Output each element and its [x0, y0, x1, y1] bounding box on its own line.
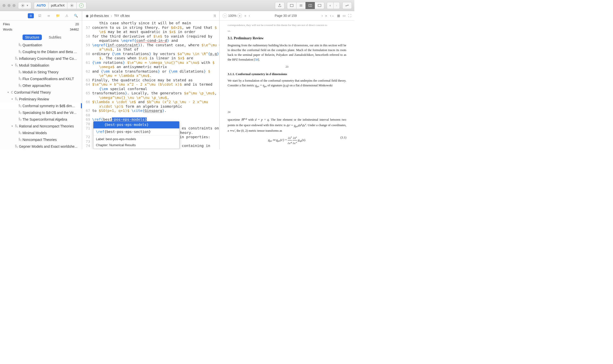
compile-button[interactable]: ✓	[76, 2, 86, 9]
code-line[interactable]: 65transformations}. Locally, the generat…	[82, 91, 219, 96]
line-number	[82, 30, 92, 34]
outline-item[interactable]: §1Inflationary Cosmology and The Co...	[0, 55, 82, 62]
link-mode-button[interactable]: ∞	[46, 13, 52, 18]
outline-label: Minimal Models	[23, 131, 47, 135]
code-line[interactable]: this case shortly since it will be of ma…	[82, 21, 219, 26]
engine-select[interactable]: pdfLaTeX	[48, 2, 67, 9]
tab-structure[interactable]: Structure	[23, 35, 42, 40]
code-line[interactable]: \e^\mu = \lambda x^\mu$.	[82, 74, 219, 78]
code-line[interactable]: 60ordinary {\em translations} by vectors…	[82, 52, 219, 56]
outline-item[interactable]: §2Minimal Models	[0, 129, 82, 136]
gear-icon	[21, 4, 25, 8]
zoom-in-button[interactable]: +	[237, 14, 242, 18]
outline-item[interactable]: ▾§1Rational and Noncompact Theories	[0, 123, 82, 129]
code-line[interactable]: 58for the third derivative of $\e$ to va…	[82, 34, 219, 39]
close-window[interactable]	[3, 4, 6, 7]
outline-item[interactable]: §2The Superconformal Algebra	[0, 116, 82, 123]
math-preview-button[interactable]: π	[214, 13, 216, 18]
spread-button[interactable]: ⫞⫠	[330, 14, 335, 18]
code-line[interactable]: 66$\lambda x \cdot \e$ and $b^\mu (x^2 \…	[82, 100, 219, 104]
outline-label: Preliminary Review	[19, 97, 49, 101]
outline-label: Noncompact Theories	[23, 138, 57, 142]
files-mode-button[interactable]: 📁	[55, 13, 61, 18]
present-button[interactable]: ⛶	[348, 14, 351, 18]
pdf-paragraph: We start by a formulation of the conform…	[228, 78, 346, 88]
share-button[interactable]	[275, 2, 284, 9]
outline-item[interactable]: §2Coupling to the Dilaton and Beta ...	[0, 48, 82, 55]
section-prefix: §2	[19, 131, 22, 135]
search-mode-button[interactable]: 🔍	[73, 13, 79, 18]
code-line[interactable]: 59\eqref{inf-constraint}). The constant …	[82, 43, 219, 48]
nav-back-button[interactable]: ‹	[327, 2, 333, 9]
outline-item[interactable]: §2Conformal symmetry in $d$ dim...	[0, 102, 82, 109]
autocomplete-item[interactable]: \ref{best-pos-eps-models}	[93, 121, 179, 128]
code-line[interactable]: 61{\em rotations} $\e^\mu = \omega_\nu{}…	[82, 61, 219, 65]
tab-subfiles[interactable]: Subfiles	[46, 35, 64, 40]
outline-item[interactable]: §1Gepner Models and Exact worldshe...	[0, 143, 82, 149]
code-line[interactable]: x\cdot \p)$ form an algebra isomorphic	[82, 104, 219, 109]
compile-settings-button[interactable]	[67, 2, 76, 9]
list-icon	[29, 14, 33, 17]
crop-button[interactable]: ▭	[343, 14, 346, 18]
code-line[interactable]: 62and {\em scale transformations} or {\e…	[82, 69, 219, 74]
zoom-window[interactable]	[13, 4, 16, 7]
outline-item[interactable]: §2Specialising to $d=2$ and the Vir...	[0, 109, 82, 116]
code-line[interactable]: \omega$ an antisymmetric matrix	[82, 65, 219, 69]
layout-editor-button[interactable]	[287, 2, 296, 9]
code-line[interactable]: 57concern to us in string theory. For $d…	[82, 26, 219, 30]
code-line[interactable]: 67to $SO(p+1, q+1)$ \cite{Ginsparg}.	[82, 109, 219, 113]
outline-item[interactable]: §2Flux Compactifications and KKLT	[0, 75, 82, 82]
breadcrumb-leaf[interactable]: TEX cft.tex	[114, 14, 130, 18]
nav-forward-button[interactable]: ›	[333, 2, 340, 9]
outline-item[interactable]: §2Moduli in String Theory	[0, 69, 82, 75]
minimize-window[interactable]	[8, 4, 11, 7]
autocomplete-item[interactable]: \ref{best-pos-eps-section}	[93, 128, 179, 135]
code-line[interactable]: {\em special conformal	[82, 87, 219, 91]
sync-button[interactable]	[342, 2, 352, 9]
page-first-button[interactable]: «	[244, 14, 246, 18]
tex-icon: TEX	[114, 14, 119, 17]
todo-mode-button[interactable]: ☑	[37, 13, 43, 18]
layout-lines-button[interactable]	[296, 2, 305, 9]
code-editor[interactable]: this case shortly since it will be of ma…	[82, 21, 219, 149]
outline-item[interactable]: §2Quantisation	[0, 42, 82, 48]
outline-mode-button[interactable]	[28, 13, 34, 18]
code-line[interactable]: 68	[82, 113, 219, 118]
zoom-out-button[interactable]: −	[223, 14, 227, 18]
preview-panel: − 100% + « ‹ Page 30 of 159 › » ⫞⫠ ▦ ▭ ⛶…	[220, 11, 354, 149]
outline-label: Gepner Models and Exact worldshe...	[19, 144, 77, 148]
outline-item[interactable]: §2Noncompact Theories	[0, 136, 82, 143]
outline-label: Inflationary Cosmology and The Co...	[19, 57, 77, 61]
grid-button[interactable]: ▦	[337, 14, 340, 18]
code-line[interactable]: \omega^\mu{}_\nu \e^\nu \p_\mu$,	[82, 96, 219, 100]
breadcrumb-root[interactable]: ◉ jd-thesis.tex	[86, 14, 109, 18]
code-line[interactable]: $. The cases when $\e$ is linear in $x$ …	[82, 56, 219, 61]
outline-item[interactable]: ▾§1Preliminary Review	[0, 96, 82, 102]
layout-split-button[interactable]	[305, 2, 315, 9]
files-label: Files	[3, 22, 10, 26]
outline-label: Moduli in String Theory	[23, 70, 59, 74]
line-number: 62	[82, 69, 92, 74]
line-number: 68	[82, 113, 92, 118]
auto-compile-button[interactable]: AUTO	[34, 2, 48, 9]
pdf-page[interactable]: correspondence, they will not be covered…	[220, 21, 354, 149]
page-last-button[interactable]: »	[325, 14, 327, 18]
outline-item[interactable]: §2Other approaches	[0, 82, 82, 89]
page-next-button[interactable]: ›	[322, 14, 323, 18]
chevron-down-icon: ▾	[8, 91, 11, 94]
code-line[interactable]: 63Finally, the quadratic choice may be s…	[82, 78, 219, 83]
outline-item[interactable]: ▾§1Moduli Stabilisation	[0, 62, 82, 69]
settings-button[interactable]: ▼	[18, 2, 31, 9]
outline-label: Other approaches	[23, 84, 51, 88]
warnings-mode-button[interactable]: ⚠	[64, 13, 70, 18]
layout-preview-button[interactable]	[315, 2, 324, 9]
line-number: 71	[82, 126, 92, 131]
code-line[interactable]: 64$\e^\mu = b^\mu x^2 - 2 x^\mu (b\cdot …	[82, 82, 219, 87]
code-line[interactable]: \e$ may be at most quadratic in $x$ in o…	[82, 30, 219, 34]
line-number	[82, 47, 92, 52]
code-line[interactable]: equations \eqref{conf-cond-in-d} and	[82, 39, 219, 43]
code-line[interactable]: a^\mu$, is that of	[82, 47, 219, 52]
outline-item[interactable]: ▾CConformal Field Theory	[0, 89, 82, 96]
outline-label: Moduli Stabilisation	[19, 63, 49, 67]
page-prev-button[interactable]: ‹	[249, 14, 250, 18]
